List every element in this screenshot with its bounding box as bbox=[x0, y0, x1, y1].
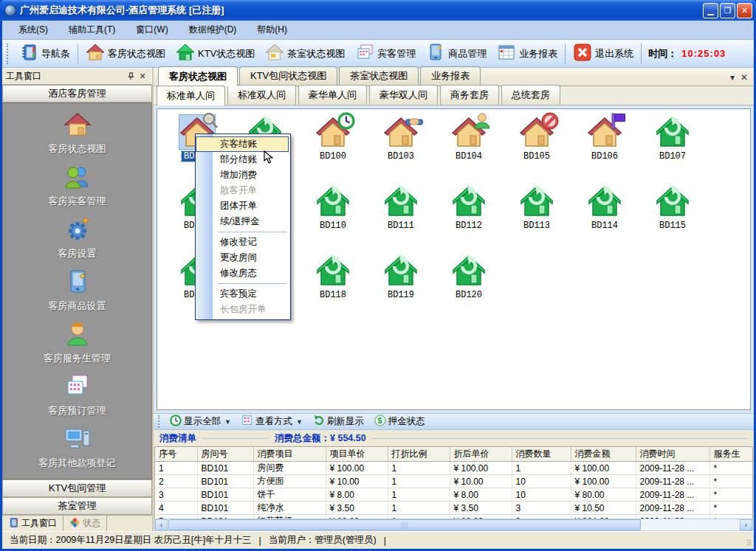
column-header-0[interactable]: 序号 bbox=[155, 447, 197, 462]
sidebar-item-3[interactable]: 客房商品设置 bbox=[3, 268, 151, 316]
menu-item-0[interactable]: 系统(S) bbox=[8, 21, 58, 38]
view-toolbar-button-2[interactable]: 刷新显示 bbox=[308, 414, 369, 429]
room-BD107[interactable]: BD107 bbox=[639, 114, 707, 183]
room-BD115[interactable]: BD115 bbox=[639, 183, 707, 252]
sidebar-bottom-tab-0[interactable]: 工具窗口 bbox=[2, 516, 63, 531]
sidebar-item-1[interactable]: 客房宾客管理 bbox=[3, 163, 151, 211]
context-menu-item-5[interactable]: 续/退押金 bbox=[196, 214, 289, 229]
toolbar-button-2[interactable]: KTV状态视图 bbox=[171, 41, 260, 66]
room-icon[interactable] bbox=[383, 184, 419, 218]
room-icon[interactable] bbox=[519, 184, 554, 218]
room-BD104[interactable]: BD104 bbox=[435, 114, 503, 183]
room-BD105[interactable]: BD105 bbox=[503, 114, 571, 183]
column-header-8[interactable]: 消费时间 bbox=[636, 447, 709, 462]
scroll-right-arrow-icon[interactable]: › bbox=[740, 519, 752, 530]
main-tab-2[interactable]: 茶室状态视图 bbox=[339, 66, 419, 86]
sidebar-bottom-tab-1[interactable]: 状态 bbox=[63, 516, 107, 531]
room-BD120[interactable]: BD120 bbox=[435, 252, 503, 322]
sidebar-item-5[interactable]: 客房预订管理 bbox=[3, 372, 151, 420]
room-icon[interactable] bbox=[383, 115, 419, 149]
menu-item-3[interactable]: 数据维护(D) bbox=[179, 21, 247, 38]
room-icon[interactable] bbox=[315, 184, 351, 218]
sidebar-group-hotel-rooms[interactable]: 酒店客房管理 bbox=[2, 85, 152, 103]
context-menu-item-7[interactable]: 修改登记 bbox=[196, 235, 289, 250]
minimize-button[interactable]: ▁ bbox=[703, 3, 718, 18]
toolbar-button-4[interactable]: 宾客管理 bbox=[350, 41, 421, 66]
pin-icon[interactable] bbox=[125, 71, 137, 83]
room-BD114[interactable]: BD114 bbox=[571, 183, 639, 252]
context-menu-item-8[interactable]: 更改房间 bbox=[196, 250, 289, 266]
table-row-0[interactable]: 1BD101房间费¥ 100.001¥ 100.001¥ 100.002009-… bbox=[155, 462, 753, 475]
scroll-left-arrow-icon[interactable]: ‹ bbox=[155, 519, 168, 530]
toolbar-button-6[interactable]: 业务报表 bbox=[492, 41, 563, 66]
column-header-1[interactable]: 房间号 bbox=[197, 447, 253, 462]
room-icon[interactable] bbox=[587, 184, 622, 218]
dropdown-arrow-icon[interactable]: ▼ bbox=[296, 418, 303, 426]
room-icon[interactable] bbox=[383, 254, 419, 288]
room-BD103[interactable]: BD103 bbox=[367, 114, 435, 183]
room-icon[interactable] bbox=[451, 115, 487, 149]
room-BD106[interactable]: BD106 bbox=[571, 114, 639, 183]
horizontal-scrollbar[interactable]: ‹ ||| › bbox=[154, 519, 753, 531]
column-header-4[interactable]: 打折比例 bbox=[388, 447, 450, 462]
context-menu-item-11[interactable]: 宾客预定 bbox=[196, 286, 289, 302]
table-row-3[interactable]: 4BD101纯净水¥ 3.501¥ 3.503¥ 10.502009-11-28… bbox=[155, 502, 753, 515]
view-toolbar-button-0[interactable]: 显示全部▼ bbox=[165, 414, 236, 429]
room-type-tab-3[interactable]: 豪华双人间 bbox=[369, 85, 438, 105]
context-menu-item-2[interactable]: 增加消费 bbox=[196, 167, 289, 183]
maximize-button[interactable]: ❐ bbox=[720, 3, 735, 18]
toolbar-button-0[interactable]: 导航条 bbox=[14, 41, 75, 66]
scrollbar-track[interactable] bbox=[642, 519, 740, 530]
toolbar-button-5[interactable]: 商品管理 bbox=[421, 41, 492, 66]
sidebar-close-icon[interactable]: ✕ bbox=[137, 71, 148, 83]
room-icon[interactable] bbox=[587, 115, 622, 149]
room-icon[interactable] bbox=[451, 184, 487, 218]
room-BD111[interactable]: BD111 bbox=[367, 183, 435, 252]
sidebar-group-1[interactable]: 茶室管理 bbox=[2, 497, 152, 515]
menu-item-1[interactable]: 辅助工具(T) bbox=[58, 21, 126, 38]
room-icon[interactable] bbox=[655, 184, 690, 218]
main-tab-1[interactable]: KTV包间状态视图 bbox=[239, 66, 337, 86]
room-type-tab-1[interactable]: 标准双人间 bbox=[227, 85, 296, 105]
toolbar-button-1[interactable]: 客房状态视图 bbox=[80, 41, 171, 66]
column-header-5[interactable]: 折后单价 bbox=[450, 447, 512, 462]
view-toolbar-button-1[interactable]: 查看方式▼ bbox=[236, 414, 308, 429]
room-BD119[interactable]: BD119 bbox=[367, 252, 435, 322]
menu-item-4[interactable]: 帮助(H) bbox=[247, 21, 298, 38]
sidebar-item-2[interactable]: 客房设置 bbox=[3, 215, 151, 263]
view-toolbar-button-3[interactable]: $押金状态 bbox=[369, 414, 430, 429]
sidebar-item-4[interactable]: 客房服务生管理 bbox=[3, 320, 151, 368]
context-menu-item-0[interactable]: 宾客结账 bbox=[196, 136, 289, 152]
room-BD112[interactable]: BD112 bbox=[435, 183, 503, 252]
room-icon[interactable] bbox=[315, 254, 351, 288]
room-icon[interactable] bbox=[315, 115, 351, 149]
sidebar-item-0[interactable]: 客房状态视图 bbox=[3, 111, 151, 159]
toolbar-button-3[interactable]: 茶室状态视图 bbox=[260, 41, 350, 66]
context-menu-item-1[interactable]: 部分结账 bbox=[196, 152, 289, 167]
context-menu-item-9[interactable]: 修改房态 bbox=[196, 266, 289, 281]
column-header-7[interactable]: 消费金额 bbox=[571, 447, 636, 462]
tab-close-icon[interactable]: ✕ bbox=[740, 72, 748, 83]
room-BD118[interactable]: BD118 bbox=[299, 252, 367, 322]
room-type-tab-2[interactable]: 豪华单人间 bbox=[298, 85, 367, 105]
column-header-2[interactable]: 消费项目 bbox=[253, 447, 326, 462]
room-type-tab-4[interactable]: 商务套房 bbox=[440, 85, 499, 105]
close-button[interactable]: ✕ bbox=[737, 3, 752, 18]
main-tab-3[interactable]: 业务报表 bbox=[420, 66, 481, 86]
context-menu-item-4[interactable]: 团体开单 bbox=[196, 198, 289, 214]
room-icon[interactable] bbox=[655, 115, 690, 149]
room-icon[interactable] bbox=[451, 254, 487, 288]
table-row-1[interactable]: 2BD101方便面¥ 10.001¥ 10.0010¥ 100.002009-1… bbox=[155, 475, 753, 488]
sidebar-group-0[interactable]: KTV包间管理 bbox=[2, 479, 152, 497]
table-row-2[interactable]: 3BD101饼干¥ 8.001¥ 8.0010¥ 80.002009-11-28… bbox=[155, 488, 753, 502]
tab-dropdown-icon[interactable]: ▾ bbox=[730, 72, 735, 83]
room-type-tab-0[interactable]: 标准单人间 bbox=[157, 86, 225, 105]
scrollbar-thumb[interactable]: ||| bbox=[168, 519, 641, 530]
menu-item-2[interactable]: 窗口(W) bbox=[126, 21, 178, 38]
dropdown-arrow-icon[interactable]: ▼ bbox=[224, 418, 231, 426]
main-tab-0[interactable]: 客房状态视图 bbox=[158, 66, 238, 86]
room-icon[interactable] bbox=[519, 115, 554, 149]
room-BD113[interactable]: BD113 bbox=[503, 183, 571, 252]
sidebar-item-6[interactable]: 客房其他款项登记 bbox=[3, 425, 151, 473]
column-header-3[interactable]: 项目单价 bbox=[326, 447, 388, 462]
